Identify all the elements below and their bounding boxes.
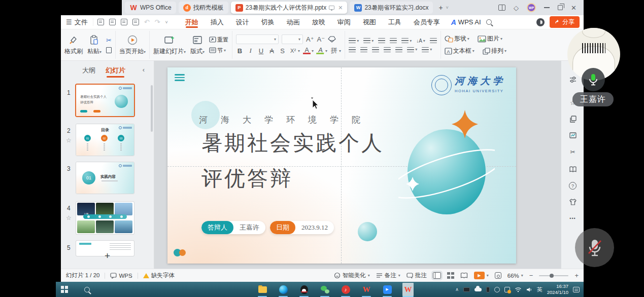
export-pdf-icon[interactable]: [109, 19, 116, 25]
tray-phone-icon[interactable]: [486, 287, 490, 292]
restore-button[interactable]: [558, 5, 563, 10]
zoom-level[interactable]: 66% ▾: [507, 273, 523, 279]
help-icon[interactable]: ?: [568, 181, 577, 190]
wifi-icon[interactable]: [515, 287, 522, 292]
slide-subtitle-text[interactable]: 河海大学环境学院: [199, 114, 374, 126]
taskbar-search-icon[interactable]: [84, 287, 90, 292]
reading-book-icon[interactable]: [568, 165, 577, 173]
copy-icon[interactable]: [106, 47, 112, 53]
zoom-out-button[interactable]: −: [529, 272, 533, 279]
slide-sorter-view-button[interactable]: [447, 272, 454, 279]
save-icon[interactable]: [97, 19, 104, 25]
align-center-icon[interactable]: [360, 47, 367, 52]
reset-button[interactable]: 重置: [209, 36, 228, 44]
fit-to-window-button[interactable]: [495, 272, 501, 279]
play-from-page-button[interactable]: 当页开始▾: [119, 34, 146, 56]
tab-home[interactable]: 开始: [179, 15, 205, 29]
highlight-color-button[interactable]: A▾: [317, 47, 327, 54]
format-painter-button[interactable]: 格式刷: [64, 34, 83, 56]
missing-fonts-warning[interactable]: 缺失字体: [143, 272, 175, 279]
new-slide-button[interactable]: 新建幻灯片▾: [153, 34, 186, 56]
favorite-star-icon[interactable]: ☆: [66, 214, 72, 221]
tab-list-dropdown-icon[interactable]: ˅: [446, 5, 449, 10]
increase-indent-icon[interactable]: [390, 38, 397, 43]
presenter-info-row[interactable]: 答辩人 王嘉许 日期 2023.9.12: [201, 221, 334, 234]
wps-ai-button[interactable]: A WPS AI: [446, 18, 486, 26]
taskbar-qq[interactable]: [298, 283, 310, 296]
mute-toggle-button[interactable]: [575, 228, 614, 267]
speaker-icon[interactable]: [526, 287, 532, 292]
taskbar-edge[interactable]: [278, 283, 289, 296]
distribute-icon[interactable]: [395, 47, 402, 52]
tab-transitions[interactable]: 切换: [255, 15, 281, 29]
cut-tools-icon[interactable]: ✂: [568, 147, 577, 156]
zoom-in-button[interactable]: +: [574, 272, 579, 279]
strikethrough-button[interactable]: A: [268, 47, 276, 55]
decrease-indent-icon[interactable]: [378, 38, 385, 43]
italic-button[interactable]: I: [247, 47, 254, 55]
underline-button[interactable]: U: [257, 47, 265, 55]
normal-view-button[interactable]: [433, 272, 441, 279]
new-tab-button[interactable]: +: [438, 4, 443, 12]
theme-skin-icon[interactable]: [568, 198, 577, 206]
align-right-icon[interactable]: [372, 47, 379, 52]
taskbar-wps[interactable]: W: [361, 283, 372, 296]
paragraph-settings-button[interactable]: ▾: [422, 47, 432, 52]
decrease-font-button[interactable]: A⁻: [317, 35, 325, 43]
comments-button[interactable]: 批注: [406, 272, 427, 279]
phonetic-guide-button[interactable]: 拼▾: [330, 46, 341, 55]
tab-membership[interactable]: 会员专享: [408, 15, 446, 29]
tab-outline[interactable]: 大纲: [82, 66, 95, 78]
tab-review[interactable]: 审阅: [331, 15, 357, 29]
tab-ppt-document[interactable]: P 23暑期实践个人评优答辩.pptx ✕: [231, 2, 348, 14]
slide-title-line1[interactable]: 暑期社会实践个人: [201, 129, 384, 157]
date-pill[interactable]: 日期 2023.9.12: [270, 221, 334, 234]
redo-icon[interactable]: ↷: [155, 18, 160, 26]
tray-cloud-icon[interactable]: [474, 288, 482, 291]
favorite-star-icon[interactable]: ☆: [66, 137, 72, 144]
shadow-button[interactable]: S: [279, 47, 286, 55]
bold-button[interactable]: B: [236, 47, 244, 55]
superscript-button[interactable]: X²▾: [289, 48, 300, 54]
presenter-pill[interactable]: 答辩人 王嘉许: [201, 221, 265, 234]
slides-pages-icon[interactable]: [568, 115, 577, 123]
notes-button[interactable]: 备注 ▾: [376, 272, 400, 279]
arrange-button[interactable]: 排列▾: [483, 47, 506, 55]
tab-insert[interactable]: 插入: [205, 15, 230, 29]
font-size-select[interactable]: ▾: [282, 34, 303, 44]
workspace-box-icon[interactable]: ◇: [514, 4, 519, 12]
font-family-select[interactable]: ▾: [236, 34, 279, 44]
mic-active-badge[interactable]: [582, 68, 605, 91]
smart-beautify-button[interactable]: 智能美化 ▾: [334, 272, 370, 279]
customize-toolbar-icon[interactable]: ˅: [165, 20, 167, 25]
tab-tools[interactable]: 工具: [382, 15, 408, 29]
panel-scrollbar[interactable]: [151, 85, 153, 132]
textbox-button[interactable]: A 文本框▾: [445, 47, 474, 55]
print-icon[interactable]: [121, 19, 127, 25]
slide-thumbnail-4[interactable]: 上海: [76, 202, 134, 234]
tab-wps-office[interactable]: W WPS Office: [125, 2, 176, 14]
text-tools-icon[interactable]: [430, 38, 437, 43]
close-tab-icon[interactable]: ✕: [338, 5, 343, 11]
paste-button[interactable]: 粘贴▾: [87, 34, 101, 56]
share-button[interactable]: 分享: [550, 16, 580, 28]
tab-slideshow[interactable]: 放映: [306, 15, 331, 29]
increase-font-button[interactable]: A⁺: [306, 35, 314, 43]
slide-title-line2[interactable]: 评优答辩: [201, 165, 293, 193]
zoom-slider-knob[interactable]: [550, 274, 554, 278]
cut-icon[interactable]: ✂: [106, 36, 112, 44]
font-color-button[interactable]: A▾: [303, 47, 314, 54]
file-menu[interactable]: ☰ 文件: [61, 18, 93, 27]
layout-button[interactable]: 版式▾: [190, 34, 205, 56]
object-properties-icon[interactable]: [568, 75, 577, 84]
add-slide-button[interactable]: +: [105, 250, 110, 262]
taskbar-clock[interactable]: 16:37 2024/1/10: [547, 283, 568, 295]
line-spacing-button[interactable]: ▾: [407, 47, 417, 52]
tray-camera-icon[interactable]: [463, 287, 470, 292]
text-direction-button[interactable]: ▾: [401, 38, 412, 43]
more-tools-icon[interactable]: •••: [568, 214, 577, 222]
print-preview-icon[interactable]: [132, 19, 139, 25]
tab-view[interactable]: 视图: [357, 15, 382, 29]
clear-format-icon[interactable]: [328, 36, 336, 43]
ime-indicator[interactable]: 英: [537, 286, 543, 293]
